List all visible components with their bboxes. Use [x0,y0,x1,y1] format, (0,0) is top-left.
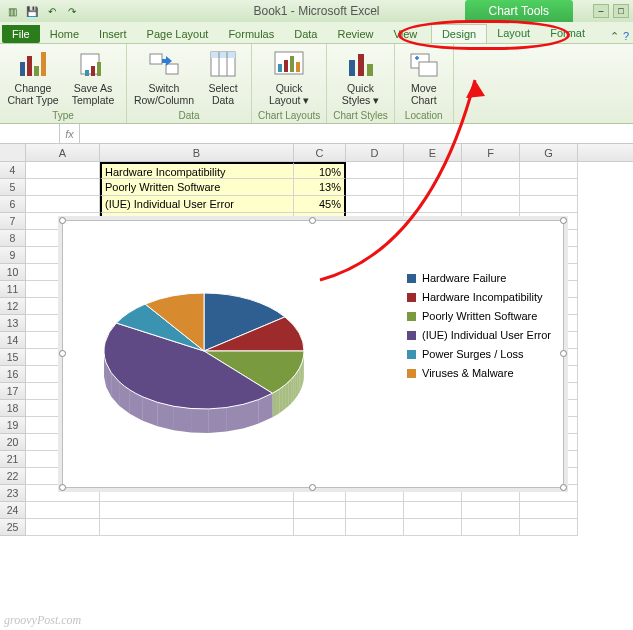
cell[interactable] [404,502,462,519]
switch-row-column-button[interactable]: Switch Row/Column [133,46,195,109]
row-header[interactable]: 8 [0,230,26,247]
quick-styles-button[interactable]: Quick Styles ▾ [337,46,385,109]
tab-data[interactable]: Data [284,25,327,43]
cell[interactable] [520,179,578,196]
row-header[interactable]: 7 [0,213,26,230]
cell[interactable] [404,179,462,196]
cell[interactable] [462,502,520,519]
row-header[interactable]: 15 [0,349,26,366]
row-header[interactable]: 9 [0,247,26,264]
cell[interactable] [294,519,346,536]
tab-insert[interactable]: Insert [89,25,137,43]
col-header-d[interactable]: D [346,144,404,161]
cell[interactable] [404,162,462,179]
tab-format[interactable]: Format [540,24,595,43]
cell[interactable]: 45% [294,196,346,213]
row-header[interactable]: 6 [0,196,26,213]
fx-icon[interactable]: fx [60,124,80,143]
row-header[interactable]: 4 [0,162,26,179]
col-header-b[interactable]: B [100,144,294,161]
cell[interactable] [100,502,294,519]
redo-icon[interactable]: ↷ [64,3,80,19]
row-header[interactable]: 19 [0,417,26,434]
col-header-c[interactable]: C [294,144,346,161]
name-box[interactable] [0,124,60,143]
cell[interactable] [346,179,404,196]
embedded-chart[interactable]: Hardware FailureHardware Incompatibility… [62,220,564,488]
tab-design[interactable]: Design [431,24,487,43]
col-header-g[interactable]: G [520,144,578,161]
cell[interactable] [346,502,404,519]
col-header-e[interactable]: E [404,144,462,161]
row-header[interactable]: 24 [0,502,26,519]
legend-item: Viruses & Malware [407,367,551,379]
cell[interactable] [520,519,578,536]
save-as-template-button[interactable]: Save As Template [66,46,120,109]
cell[interactable] [520,196,578,213]
cell[interactable] [462,179,520,196]
row-header[interactable]: 14 [0,332,26,349]
tab-layout[interactable]: Layout [487,24,540,43]
cell[interactable]: 13% [294,179,346,196]
tab-file[interactable]: File [2,25,40,43]
move-chart-button[interactable]: Move Chart [401,46,447,109]
row-header[interactable]: 17 [0,383,26,400]
row-header[interactable]: 11 [0,281,26,298]
row-header[interactable]: 13 [0,315,26,332]
cell[interactable] [26,179,100,196]
cell[interactable] [346,162,404,179]
svg-rect-23 [419,62,437,76]
cell[interactable]: (IUE) Individual User Error [100,196,294,213]
cell[interactable] [404,196,462,213]
row-header[interactable]: 23 [0,485,26,502]
cell[interactable] [26,162,100,179]
row-header[interactable]: 5 [0,179,26,196]
formula-input[interactable] [80,124,633,143]
cell[interactable]: Hardware Incompatibility [100,162,294,179]
cell[interactable] [26,519,100,536]
ribbon-minimize-icon[interactable]: ⌃ [610,30,619,43]
change-chart-type-button[interactable]: Change Chart Type [6,46,60,109]
save-template-label: Save As Template [66,82,120,106]
cell[interactable] [462,196,520,213]
col-header-f[interactable]: F [462,144,520,161]
cell[interactable]: Poorly Written Software [100,179,294,196]
formula-bar: fx [0,124,633,144]
col-header-a[interactable]: A [26,144,100,161]
restore-button[interactable]: □ [613,4,629,18]
row-header[interactable]: 18 [0,400,26,417]
cell[interactable] [26,502,100,519]
tab-formulas[interactable]: Formulas [218,25,284,43]
cell[interactable] [346,196,404,213]
row-header[interactable]: 16 [0,366,26,383]
quick-layout-button[interactable]: Quick Layout ▾ [264,46,314,109]
cell[interactable] [520,502,578,519]
cell[interactable] [520,162,578,179]
row-header[interactable]: 20 [0,434,26,451]
row-header[interactable]: 12 [0,298,26,315]
tab-view[interactable]: View [384,25,428,43]
select-all-corner[interactable] [0,144,26,161]
cell[interactable] [346,519,404,536]
cell[interactable] [294,502,346,519]
minimize-button[interactable]: – [593,4,609,18]
cell[interactable] [26,196,100,213]
row-header[interactable]: 10 [0,264,26,281]
tab-review[interactable]: Review [327,25,383,43]
cell[interactable]: 10% [294,162,346,179]
legend-item: (IUE) Individual User Error [407,329,551,341]
save-icon[interactable]: 💾 [24,3,40,19]
row-header[interactable]: 25 [0,519,26,536]
cell[interactable] [462,162,520,179]
select-data-button[interactable]: Select Data [201,46,245,109]
tab-home[interactable]: Home [40,25,89,43]
cell[interactable] [404,519,462,536]
row-header[interactable]: 21 [0,451,26,468]
row-header[interactable]: 22 [0,468,26,485]
tab-page-layout[interactable]: Page Layout [137,25,219,43]
help-icon[interactable]: ? [623,30,629,43]
group-label-layouts: Chart Layouts [258,109,320,123]
cell[interactable] [100,519,294,536]
undo-icon[interactable]: ↶ [44,3,60,19]
cell[interactable] [462,519,520,536]
